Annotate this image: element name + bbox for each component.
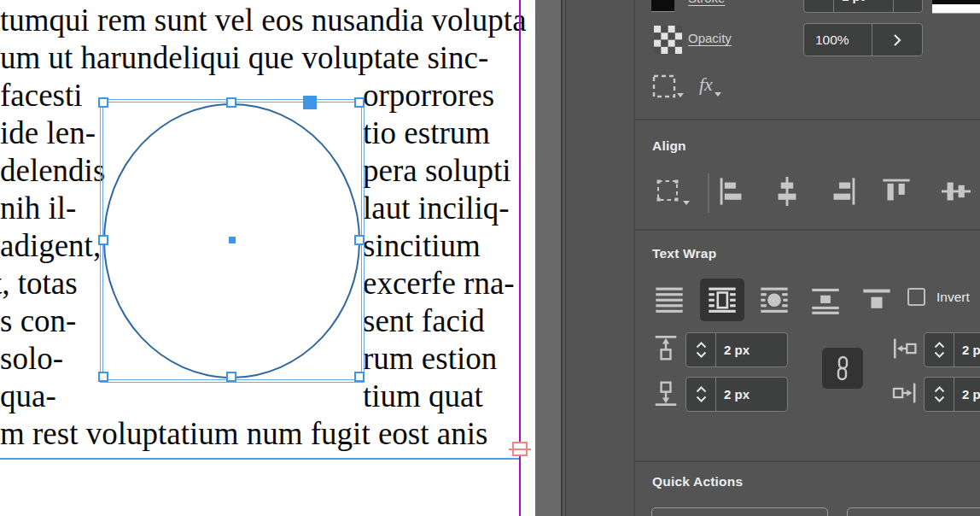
- text-line-left: t, totas: [0, 265, 78, 302]
- selection-handle-middle-right[interactable]: [354, 235, 365, 245]
- chevron-up-icon: [934, 386, 945, 393]
- selection-handle-top-left[interactable]: [98, 97, 108, 108]
- text-frame-bottom-edge: [0, 458, 521, 460]
- bottom-offset-stepper[interactable]: 2 px: [685, 377, 788, 412]
- opacity-value: 100%: [815, 24, 849, 56]
- wrap-object-shape-button[interactable]: [758, 285, 790, 314]
- top-offset-stepper[interactable]: 2 px: [685, 332, 788, 367]
- bottom-offset-value: 2 px: [724, 378, 750, 411]
- align-vertical-center-icon: [942, 177, 971, 206]
- right-offset-stepper[interactable]: 2 px: [924, 377, 980, 412]
- align-top-button[interactable]: [882, 177, 911, 206]
- selection-handle-top-right[interactable]: [354, 97, 365, 108]
- object-center-point[interactable]: [229, 237, 236, 243]
- stroke-weight-stepper[interactable]: 1 pt: [803, 0, 923, 13]
- chevron-right-icon: [893, 33, 901, 47]
- text-line-left: nih il-: [0, 190, 76, 227]
- quick-actions-section-title: Quick Actions: [652, 474, 743, 490]
- stroke-label[interactable]: Stroke: [688, 0, 725, 5]
- text-wrap-section-title: Text Wrap: [652, 246, 716, 261]
- align-horizontal-center-icon: [773, 177, 802, 206]
- text-line: tumqui rem sunt vel eos nusandia volupta: [0, 2, 527, 39]
- right-offset-value: 2 px: [962, 378, 980, 411]
- dropdown-triangle-icon: [683, 201, 690, 205]
- no-text-wrap-button[interactable]: [653, 285, 685, 314]
- fx-icon: fx: [699, 73, 713, 96]
- selection-handle-middle-left[interactable]: [98, 235, 108, 245]
- stroke-style-preview: [932, 0, 980, 4]
- stepper-divider: [893, 0, 895, 12]
- opacity-field[interactable]: 100%: [803, 23, 923, 56]
- align-section-title: Align: [652, 138, 686, 154]
- right-offset-icon: [891, 381, 920, 405]
- jump-to-next-column-icon: [860, 285, 893, 314]
- scrollbar-track[interactable]: [535, 0, 561, 516]
- jump-object-button[interactable]: [809, 285, 842, 314]
- text-line-right: pera solupti: [363, 152, 511, 190]
- align-right-button[interactable]: [828, 177, 857, 206]
- overset-text-port[interactable]: [512, 442, 528, 456]
- selection-handle-bottom-left[interactable]: [98, 372, 108, 382]
- wrap-bounding-box-icon: [706, 285, 738, 314]
- selection-handle-bottom-right[interactable]: [354, 372, 365, 382]
- chevron-up-icon: [696, 342, 707, 349]
- stroke-weight-value: 1 pt: [842, 0, 865, 12]
- text-line-right: laut inciliq-: [363, 190, 510, 227]
- stepper-chevrons[interactable]: [686, 378, 716, 411]
- stroke-style-swatch[interactable]: [932, 0, 980, 14]
- dropdown-triangle-icon: [715, 92, 721, 97]
- left-offset-value: 2 px: [962, 333, 980, 366]
- stroke-swatch[interactable]: [651, 0, 674, 12]
- opacity-expand-button[interactable]: [872, 24, 922, 56]
- text-line-right: orporrores: [363, 77, 494, 114]
- invert-checkbox[interactable]: [907, 288, 925, 306]
- frame-options-button[interactable]: [651, 73, 685, 99]
- selection-handle-top-center[interactable]: [226, 97, 236, 108]
- dashed-square-icon: [651, 73, 679, 99]
- selection-handle-bottom-center[interactable]: [226, 372, 236, 382]
- section-divider: [634, 229, 980, 231]
- left-offset-stepper[interactable]: 2 px: [924, 332, 980, 367]
- section-divider: [634, 460, 980, 462]
- jump-to-next-column-button[interactable]: [860, 285, 893, 314]
- align-to-selector[interactable]: [653, 176, 691, 207]
- wrap-object-shape-icon: [758, 285, 790, 314]
- left-offset-icon: [891, 337, 920, 361]
- link-offsets-button[interactable]: [822, 348, 863, 389]
- align-left-icon: [718, 177, 747, 206]
- margin-guide: [519, 0, 521, 516]
- chevron-down-icon: [934, 351, 945, 358]
- chevron-up-icon: [696, 386, 707, 393]
- text-line-left: delendis: [0, 152, 105, 190]
- properties-panel: Stroke 1 pt: [566, 0, 980, 516]
- stepper-chevrons[interactable]: [686, 333, 716, 366]
- text-line-left: solo-: [0, 340, 63, 378]
- text-line-left: facesti: [0, 77, 83, 114]
- text-line-left: s con-: [0, 302, 76, 340]
- align-horizontal-center-button[interactable]: [773, 177, 802, 206]
- stepper-chevrons[interactable]: [925, 378, 954, 411]
- text-line-right: excerfe rna-: [363, 265, 515, 302]
- quick-action-button[interactable]: [651, 507, 828, 516]
- invert-label: Invert: [936, 290, 970, 305]
- quick-action-button[interactable]: [847, 507, 980, 516]
- align-vertical-center-button[interactable]: [942, 177, 971, 206]
- selection-adornment-handle[interactable]: [303, 96, 317, 109]
- document-page: tumqui rem sunt vel eos nusandia volupta…: [0, 0, 535, 516]
- stepper-chevrons[interactable]: [925, 333, 954, 366]
- top-offset-value: 2 px: [724, 333, 750, 366]
- chevron-down-icon: [696, 396, 707, 402]
- chevron-down-icon: [934, 396, 945, 402]
- effects-button[interactable]: fx: [699, 73, 720, 96]
- appearance-section: Stroke 1 pt: [566, 0, 980, 119]
- app-screen: tumqui rem sunt vel eos nusandia volupta…: [0, 0, 980, 516]
- wrap-bounding-box-button[interactable]: [700, 279, 744, 321]
- top-offset-icon: [653, 333, 679, 364]
- align-divider: [708, 173, 709, 213]
- text-line: m rest voluptatium num fugit eost anis: [0, 415, 487, 453]
- align-target-icon: [653, 176, 684, 207]
- align-left-button[interactable]: [718, 177, 747, 206]
- text-line-left: ide len-: [0, 114, 96, 152]
- stepper-chevrons[interactable]: [804, 0, 834, 12]
- opacity-label[interactable]: Opacity: [688, 31, 732, 45]
